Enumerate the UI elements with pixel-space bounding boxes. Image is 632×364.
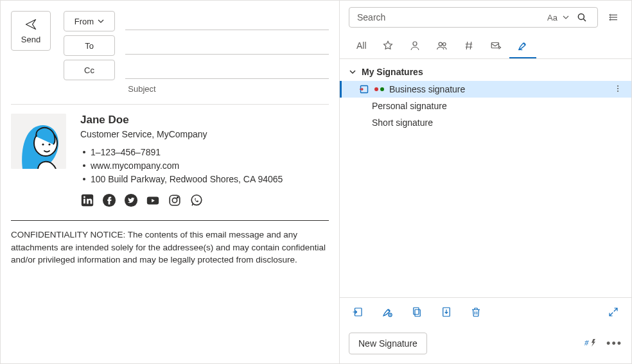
footer: New Signature # ••• xyxy=(340,326,631,363)
avatar xyxy=(11,114,66,169)
insert-icon[interactable] xyxy=(349,303,367,321)
signature-name: Jane Doe xyxy=(80,114,283,126)
svg-point-22 xyxy=(617,90,619,91)
hash-icon xyxy=(463,40,475,51)
svg-point-16 xyxy=(439,42,442,46)
svg-point-21 xyxy=(617,87,619,89)
filter-tabs: All xyxy=(340,33,631,59)
instagram-icon[interactable] xyxy=(168,193,182,207)
confidentiality-notice: CONFIDENTIALITY NOTICE: The contents of … xyxy=(11,229,329,266)
chevron-down-icon xyxy=(98,18,104,24)
cc-input[interactable] xyxy=(125,61,329,79)
signature-address: 100 Build Parkway, Redwood Shores, CA 94… xyxy=(80,174,283,184)
svg-point-12 xyxy=(177,197,179,198)
cc-label: Cc xyxy=(84,65,94,75)
star-icon xyxy=(382,40,394,51)
signature-website: www.mycompany.com xyxy=(80,160,283,171)
search-icon[interactable] xyxy=(573,8,591,26)
chevron-down-icon[interactable] xyxy=(563,14,569,21)
signature-item-label: Short signature xyxy=(372,117,433,128)
edit-icon[interactable] xyxy=(378,303,396,321)
mail-move-icon xyxy=(490,40,502,51)
to-input[interactable] xyxy=(125,37,329,55)
case-sensitive-toggle[interactable]: Aa xyxy=(546,13,559,22)
delete-icon[interactable] xyxy=(467,303,485,321)
signature-insert-icon xyxy=(359,84,369,94)
status-dots xyxy=(374,87,384,91)
to-label: To xyxy=(85,41,94,51)
signatures-panel: Aa All My Signatures xyxy=(340,1,631,363)
tab-favorites[interactable] xyxy=(374,34,401,58)
svg-point-3 xyxy=(48,143,50,145)
action-toolbar xyxy=(340,297,631,326)
copy-icon[interactable] xyxy=(408,303,426,321)
more-icon[interactable]: ••• xyxy=(606,337,622,351)
hash-bolt-icon[interactable]: # xyxy=(584,338,599,350)
pen-icon xyxy=(517,40,529,51)
svg-text:#: # xyxy=(584,338,589,347)
search-box[interactable]: Aa xyxy=(349,7,598,28)
svg-rect-25 xyxy=(414,308,419,315)
signature-phone: 1–123–456–7891 xyxy=(80,147,283,157)
svg-point-11 xyxy=(172,198,177,202)
tab-person[interactable] xyxy=(401,34,428,58)
svg-rect-5 xyxy=(83,199,85,204)
tab-all[interactable]: All xyxy=(349,34,374,58)
person-icon xyxy=(409,40,421,51)
from-label: From xyxy=(75,17,94,26)
from-button[interactable]: From xyxy=(64,11,115,31)
divider xyxy=(11,104,329,105)
signature-title: Customer Service, MyCompany xyxy=(80,129,283,139)
signature-rule xyxy=(11,220,329,221)
item-menu-icon[interactable] xyxy=(613,84,622,95)
whatsapp-icon[interactable] xyxy=(189,193,204,207)
tab-signatures[interactable] xyxy=(509,34,536,58)
svg-point-2 xyxy=(42,143,44,145)
to-button[interactable]: To xyxy=(64,35,115,56)
subject-label: Subject xyxy=(116,84,168,94)
svg-point-15 xyxy=(413,42,417,46)
cc-button[interactable]: Cc xyxy=(64,60,115,80)
signature-tree: My Signatures Business signature Persona… xyxy=(340,59,631,297)
svg-rect-26 xyxy=(415,309,420,316)
from-input[interactable] xyxy=(125,12,329,30)
send-label: Send xyxy=(21,35,40,44)
facebook-icon[interactable] xyxy=(102,193,116,207)
send-button[interactable]: Send xyxy=(11,11,51,51)
send-icon xyxy=(24,18,37,31)
tree-header-label: My Signatures xyxy=(362,67,423,77)
svg-point-14 xyxy=(578,13,584,19)
filter-options-icon[interactable] xyxy=(604,8,622,26)
signature-item-personal[interactable]: Personal signature xyxy=(340,98,631,114)
svg-rect-18 xyxy=(491,43,498,48)
youtube-icon[interactable] xyxy=(146,193,160,207)
svg-point-6 xyxy=(83,196,85,198)
chevron-down-icon xyxy=(349,68,356,76)
tab-mail[interactable] xyxy=(482,34,509,58)
svg-point-20 xyxy=(617,85,619,86)
tree-header[interactable]: My Signatures xyxy=(340,64,631,81)
signature-preview: Jane Doe Customer Service, MyCompany 1–1… xyxy=(11,114,329,207)
signature-item-label: Business signature xyxy=(389,84,465,94)
linkedin-icon[interactable] xyxy=(80,193,94,207)
expand-icon[interactable] xyxy=(604,303,622,321)
svg-point-17 xyxy=(443,43,446,46)
tab-people[interactable] xyxy=(428,34,455,58)
new-signature-button[interactable]: New Signature xyxy=(349,333,427,354)
people-icon xyxy=(436,40,448,51)
tab-hashtag[interactable] xyxy=(455,34,482,58)
signature-item-label: Personal signature xyxy=(372,101,447,111)
import-icon[interactable] xyxy=(437,303,455,321)
twitter-icon[interactable] xyxy=(124,193,138,207)
signature-item-short[interactable]: Short signature xyxy=(340,114,631,131)
signature-item-business[interactable]: Business signature xyxy=(340,81,631,98)
compose-pane: Send From To Cc xyxy=(1,1,340,363)
search-input[interactable] xyxy=(356,12,541,23)
